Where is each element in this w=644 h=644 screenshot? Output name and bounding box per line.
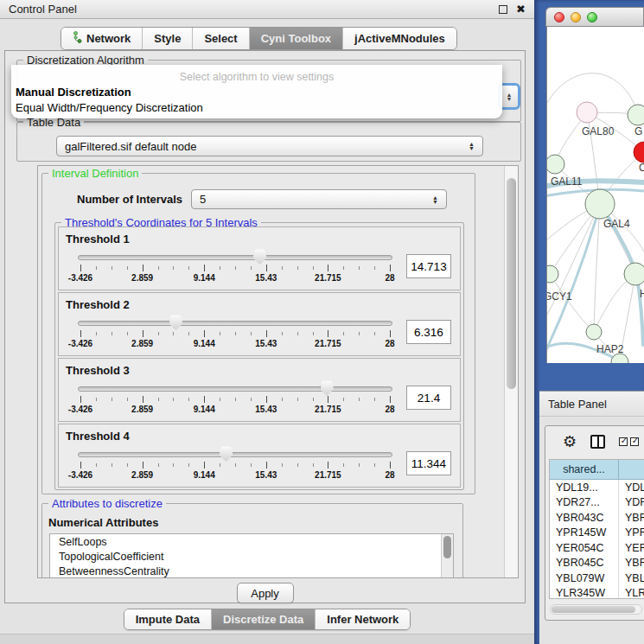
- table-panel: Table Panel ⚙ shared... n YDL19...YDL1YD…: [539, 391, 644, 644]
- scrollbar-thumb[interactable]: [443, 536, 451, 558]
- gear-icon[interactable]: ⚙: [563, 434, 577, 450]
- table-row[interactable]: YDL19...YDL1: [550, 480, 644, 495]
- table-row[interactable]: YER054CYER0: [550, 540, 644, 556]
- attribute-item[interactable]: SelfLoops: [50, 534, 453, 549]
- node-h[interactable]: [624, 263, 644, 285]
- close-traffic-light-icon[interactable]: [554, 12, 564, 22]
- close-icon[interactable]: ✖: [516, 5, 526, 14]
- menu-option[interactable]: Manual Discretization: [16, 86, 131, 99]
- node-gcy1[interactable]: [547, 265, 558, 283]
- thresholds-list: Threshold 1-3.4262.8599.14415.4321.71528…: [55, 225, 463, 489]
- split-view-icon[interactable]: [590, 435, 605, 449]
- threshold-value-field[interactable]: 21.4: [406, 386, 451, 410]
- threshold-slider[interactable]: -3.4262.8599.14415.4321.71528: [78, 312, 392, 352]
- float-window-icon[interactable]: [499, 5, 507, 14]
- node-gal11[interactable]: [547, 155, 564, 174]
- tab-impute-data[interactable]: Impute Data: [124, 609, 212, 629]
- table-data-combobox[interactable]: galFiltered.sif default node ▲▼: [56, 136, 483, 156]
- checkbox-icon[interactable]: [619, 437, 628, 446]
- column-header-name[interactable]: n: [619, 460, 644, 480]
- table-row[interactable]: YBR043CYBR0: [550, 510, 644, 526]
- column-header-shared-name[interactable]: shared...: [550, 460, 619, 480]
- table-cell: YBL0: [619, 571, 644, 586]
- control-panel: Control Panel ✖ NetworkStyleSelectCyni T…: [0, 0, 534, 644]
- table-body: YDL19...YDL1YDR27...YDR2YBR043CYBR0YPR14…: [550, 480, 644, 599]
- network-canvas[interactable]: GAL80 G GAL11 GAL4 GCY1 H HAP2 C: [546, 27, 644, 363]
- tab-cyni-toolbox[interactable]: Cyni Toolbox: [250, 28, 343, 49]
- network-view-window[interactable]: GAL80 G GAL11 GAL4 GCY1 H HAP2 C: [545, 7, 644, 363]
- slider-handle[interactable]: [169, 315, 182, 330]
- table-row[interactable]: YBR045CYBR0: [550, 556, 644, 571]
- table-cell: YBR043C: [550, 510, 619, 526]
- table-panel-titlebar: Table Panel: [539, 391, 644, 417]
- table-header: shared... n: [550, 460, 644, 480]
- threshold-slider[interactable]: -3.4262.8599.14415.4321.71528: [78, 378, 392, 418]
- number-of-intervals-combobox[interactable]: 5 ▲▼: [191, 189, 447, 209]
- scrollbar-thumb[interactable]: [507, 178, 516, 389]
- table-row[interactable]: YBL079WYBL0: [550, 571, 644, 586]
- table-cell: YPR145W: [550, 526, 619, 541]
- node-hap2[interactable]: [586, 324, 602, 340]
- slider-handle[interactable]: [220, 446, 233, 462]
- node-gal4[interactable]: [585, 189, 615, 219]
- attribute-item[interactable]: BetweennessCentrality: [50, 564, 453, 578]
- network-nodes[interactable]: [547, 102, 644, 363]
- threshold-label: Threshold 3: [59, 359, 460, 377]
- table-row[interactable]: YLR345WYLR3: [550, 586, 644, 600]
- settings-viewport: Interval Definition Number of Intervals …: [37, 165, 519, 578]
- threshold-value-field[interactable]: 6.316: [406, 320, 451, 344]
- tab-infer-network[interactable]: Infer Network: [316, 609, 410, 629]
- panel-bottom-strip: [0, 634, 534, 644]
- threshold-label: Threshold 2: [59, 293, 460, 311]
- table-cell: YBL079W: [550, 571, 619, 586]
- table-data-group: Table Data galFiltered.sif default node …: [16, 122, 521, 162]
- tab-jactivemnodules[interactable]: jActiveMNodules: [343, 28, 456, 49]
- panel-title: Control Panel: [9, 3, 77, 16]
- table-cell: YER0: [619, 540, 644, 556]
- attribute-item[interactable]: TopologicalCoefficient: [50, 549, 453, 564]
- table-cell: YLR3: [619, 586, 644, 600]
- attributes-scrollbar[interactable]: [441, 534, 453, 578]
- table-cell: YDL1: [619, 480, 644, 495]
- table-row[interactable]: YPR145WYPR1: [550, 526, 644, 541]
- table-row[interactable]: YDR27...YDR2: [550, 495, 644, 511]
- node-gal80[interactable]: [577, 102, 597, 123]
- node-top-right[interactable]: [628, 105, 644, 125]
- threshold-slider[interactable]: -3.4262.8599.14415.4321.71528: [78, 246, 392, 286]
- network-window-titlebar[interactable]: [545, 7, 644, 27]
- scrollbar-thumb[interactable]: [552, 606, 635, 613]
- menu-option[interactable]: Equal Width/Frequency Discretization: [16, 101, 203, 114]
- node-label: G: [634, 125, 642, 137]
- slider-handle[interactable]: [321, 380, 334, 396]
- tab-discretize-data[interactable]: Discretize Data: [212, 609, 316, 629]
- attributes-group: Attributes to discretize Numerical Attri…: [41, 503, 463, 578]
- algorithm-menu-placeholder: Select algorithm to view settings: [11, 71, 502, 83]
- table-hscrollbar[interactable]: [550, 604, 642, 615]
- node-table: shared... n YDL19...YDL1YDR27...YDR2YBR0…: [549, 459, 644, 599]
- interval-definition-label: Interval Definition: [48, 167, 142, 180]
- threshold-slider[interactable]: -3.4262.8599.14415.4321.71528: [78, 443, 392, 483]
- network-icon: [73, 31, 82, 46]
- node-label: GAL11: [551, 175, 583, 188]
- threshold-label: Threshold 1: [59, 227, 460, 245]
- table-data-value: galFiltered.sif default node: [65, 140, 196, 153]
- apply-button[interactable]: Apply: [237, 583, 294, 603]
- threshold-value-field[interactable]: 14.713: [406, 254, 451, 278]
- tab-network[interactable]: Network: [61, 28, 143, 49]
- attributes-list[interactable]: SelfLoopsTopologicalCoefficientBetweenne…: [49, 533, 454, 578]
- tab-style[interactable]: Style: [143, 28, 193, 49]
- top-tab-bar: NetworkStyleSelectCyni ToolboxjActiveMNo…: [61, 27, 457, 50]
- settings-scrollbar[interactable]: [504, 166, 518, 577]
- node-label: GCY1: [547, 290, 572, 303]
- threshold-label: Threshold 4: [59, 424, 460, 443]
- threshold-value-field[interactable]: 11.344: [406, 451, 451, 475]
- minimize-traffic-light-icon[interactable]: [571, 12, 581, 22]
- checkbox-icon[interactable]: [630, 437, 639, 446]
- table-cell: YPR1: [619, 526, 644, 541]
- table-panel-card: ⚙ shared... n YDL19...YDL1YDR27...YDR2YB…: [545, 425, 644, 621]
- slider-handle[interactable]: [253, 249, 266, 265]
- cytoscape-desktop: GAL80 G GAL11 GAL4 GCY1 H HAP2 C Table P…: [534, 0, 644, 644]
- zoom-traffic-light-icon[interactable]: [587, 12, 597, 22]
- tab-select[interactable]: Select: [193, 28, 249, 49]
- table-cell: YDR27...: [550, 495, 619, 511]
